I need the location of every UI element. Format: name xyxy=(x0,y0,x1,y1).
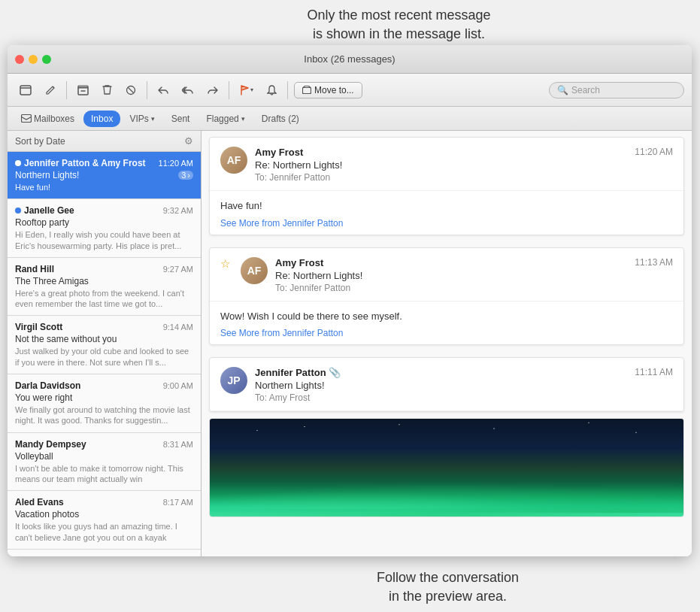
archive-icon xyxy=(77,85,89,95)
email-meta: Amy Frost Re: Northern Lights! To: Jenni… xyxy=(255,147,627,183)
reply-button[interactable] xyxy=(153,83,173,98)
search-input[interactable] xyxy=(571,85,676,95)
msg-time: 9:27 AM xyxy=(163,265,193,274)
msg-sender: Mandy Dempsey xyxy=(15,439,86,450)
compose-button[interactable] xyxy=(15,82,36,98)
msg-count: 3 › xyxy=(178,171,193,180)
email-meta: Jennifer Patton 📎 Northern Lights! To: A… xyxy=(255,367,627,403)
reply-icon xyxy=(158,86,168,95)
msg-preview: Just walked by your old cube and looked … xyxy=(15,346,193,368)
email-body: Have fun! See More from Jennifer Patton xyxy=(210,191,683,235)
minimize-button[interactable] xyxy=(29,55,38,64)
aurora-layer3 xyxy=(305,444,683,513)
annotation-top: Only the most recent messageis shown in … xyxy=(98,0,700,50)
toolbar-separator-4 xyxy=(287,81,288,99)
content-area: Sort by Date ⚙ Jennifer Patton & Amy Fro… xyxy=(8,131,692,556)
email-time: 11:13 AM xyxy=(635,257,673,268)
msg-time: 9:32 AM xyxy=(163,206,193,215)
avatar: AF xyxy=(220,147,247,174)
tab-bar: Mailboxes Inbox VIPs ▾ Sent Flagged ▾ Dr… xyxy=(8,107,692,131)
msg-subject: The Three Amigas xyxy=(15,276,193,286)
msg-sender: Janelle Gee xyxy=(15,205,74,216)
notification-button[interactable] xyxy=(262,82,281,98)
title-bar: Inbox (26 messages) xyxy=(8,45,692,74)
email-thread-item: AF Amy Frost Re: Northern Lights! To: Je… xyxy=(209,137,684,235)
tab-inbox[interactable]: Inbox xyxy=(83,111,120,127)
trash-icon xyxy=(102,84,112,95)
msg-sender: Jennifer Patton & Amy Frost xyxy=(15,158,146,168)
email-time: 11:11 AM xyxy=(635,367,673,377)
svg-rect-0 xyxy=(20,86,31,95)
msg-subject: Vacation photos xyxy=(15,509,193,520)
close-button[interactable] xyxy=(15,55,24,64)
maximize-button[interactable] xyxy=(42,55,51,64)
flagged-chevron-icon: ▾ xyxy=(241,115,245,123)
avatar: AF xyxy=(241,257,268,284)
tab-drafts[interactable]: Drafts (2) xyxy=(254,111,307,127)
trash-button[interactable] xyxy=(98,81,117,98)
svg-rect-4 xyxy=(303,88,311,94)
thread-dot xyxy=(15,160,21,166)
message-item[interactable]: Aled Evans 8:17 AM Vacation photos It lo… xyxy=(8,491,201,550)
toolbar-separator-2 xyxy=(147,81,147,99)
window-title: Inbox (26 messages) xyxy=(304,53,395,65)
email-subject: Re: Northern Lights! xyxy=(275,270,627,281)
archive-button[interactable] xyxy=(73,82,93,98)
email-subject: Re: Northern Lights! xyxy=(255,159,627,171)
message-item[interactable]: Rand Hill 9:27 AM The Three Amigas Here'… xyxy=(8,258,201,317)
message-item[interactable]: Jennifer Patton & Amy Frost 11:20 AM Nor… xyxy=(8,152,201,199)
filter-icon[interactable]: ⚙ xyxy=(184,135,193,147)
email-header: JP Jennifer Patton 📎 Northern Lights! To… xyxy=(210,358,683,411)
message-item[interactable]: Janelle Gee 9:32 AM Rooftop party Hi Ede… xyxy=(8,199,201,258)
see-more-link[interactable]: See More from Jennifer Patton xyxy=(220,218,673,229)
message-item[interactable]: Mandy Dempsey 8:31 AM Volleyball I won't… xyxy=(8,433,201,492)
email-body: Wow! Wish I could be there to see myself… xyxy=(210,301,683,345)
email-to: To: Amy Frost xyxy=(255,392,627,403)
aurora-image xyxy=(209,418,684,517)
search-icon: 🔍 xyxy=(557,85,568,95)
msg-sender: Rand Hill xyxy=(15,264,54,274)
junk-button[interactable] xyxy=(121,82,141,98)
message-item[interactable]: Virgil Scott 9:14 AM Not the same withou… xyxy=(8,316,201,374)
msg-preview: It looks like you guys had an amazing ti… xyxy=(15,521,193,543)
tab-mailboxes[interactable]: Mailboxes xyxy=(14,111,82,127)
message-items: Jennifer Patton & Amy Frost 11:20 AM Nor… xyxy=(8,152,201,556)
email-from: Jennifer Patton 📎 xyxy=(255,367,627,378)
move-to-icon xyxy=(302,86,311,94)
toolbar-separator-3 xyxy=(229,81,229,99)
reply-all-button[interactable] xyxy=(177,83,198,98)
msg-preview: Hi Eden, I really wish you could have be… xyxy=(15,229,193,251)
new-message-button[interactable] xyxy=(41,82,60,98)
unread-dot xyxy=(15,208,21,214)
junk-icon xyxy=(126,85,136,95)
msg-subject: Rooftop party xyxy=(15,217,193,228)
tab-sent[interactable]: Sent xyxy=(164,111,198,127)
mailbox-icon xyxy=(21,114,32,123)
annotation-bottom: Follow the conversationin the preview ar… xyxy=(195,562,700,612)
msg-subject: You were right xyxy=(15,392,193,403)
forward-button[interactable] xyxy=(203,83,223,98)
flag-icon xyxy=(240,85,250,95)
email-body-text: Wow! Wish I could be there to see myself… xyxy=(220,309,673,324)
forward-icon xyxy=(208,86,218,95)
vips-chevron-icon: ▾ xyxy=(151,115,155,123)
message-item[interactable]: Darla Davidson 9:00 AM You were right We… xyxy=(8,374,201,433)
msg-preview: Here's a great photo from the weekend. I… xyxy=(15,288,193,310)
email-to: To: Jennifer Patton xyxy=(275,283,627,293)
svg-rect-5 xyxy=(22,115,32,123)
msg-sender: Aled Evans xyxy=(15,497,64,507)
see-more-link[interactable]: See More from Jennifer Patton xyxy=(220,328,673,338)
email-from: Amy Frost xyxy=(255,147,627,158)
edit-icon xyxy=(45,85,56,95)
bell-icon xyxy=(267,85,277,95)
star-toggle[interactable]: ☆ xyxy=(220,257,230,271)
msg-subject: Not the same without you xyxy=(15,334,193,344)
email-to: To: Jennifer Patton xyxy=(255,172,627,183)
message-item[interactable]: Robert Fabian 8:06 AM Lost and found Hi … xyxy=(8,550,201,556)
tab-flagged[interactable]: Flagged ▾ xyxy=(198,111,252,127)
msg-subject: Volleyball xyxy=(15,451,193,462)
flag-button[interactable]: ▾ xyxy=(235,82,258,98)
sort-by-date[interactable]: Sort by Date xyxy=(15,136,65,147)
move-to-button[interactable]: Move to... xyxy=(294,82,362,98)
tab-vips[interactable]: VIPs ▾ xyxy=(122,111,162,127)
